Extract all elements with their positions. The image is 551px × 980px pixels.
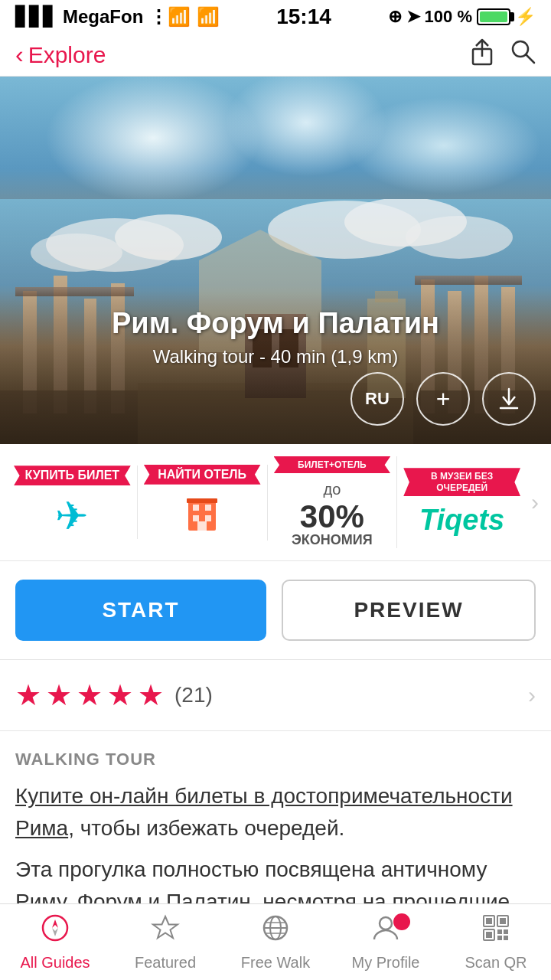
search-icon[interactable] [510,38,536,72]
star-2: ★ [46,678,72,712]
status-time: 15:14 [276,5,331,29]
rating-row[interactable]: ★ ★ ★ ★ ★ (21) › [0,660,551,731]
compass-icon [41,913,70,949]
svg-rect-56 [504,929,508,934]
star-3: ★ [77,678,103,712]
status-right: ⊕ ➤ 100 % ⚡ [388,7,536,27]
star-1: ★ [15,678,41,712]
promo-item-tiqets[interactable]: В МУЗЕИ БЕЗ ОЧЕРЕДЕЙ Tiqets [397,468,527,537]
promo-badge-combo: БИЛЕТ+ОТЕЛЬ [274,456,391,473]
rating-chevron-icon: › [528,682,536,708]
svg-rect-54 [486,932,492,938]
promo-badge-hotel: НАЙТИ ОТЕЛЬ [144,465,261,485]
back-label: Explore [28,42,106,68]
svg-marker-41 [52,928,58,936]
star-5: ★ [138,678,164,712]
svg-point-7 [31,234,122,272]
tab-bar: All Guides Featured Free Walk [0,903,551,980]
svg-rect-57 [497,936,502,940]
svg-line-3 [526,54,534,63]
wifi-icon: ⋮📶 [149,6,191,28]
svg-point-10 [406,216,513,259]
star-icon [151,913,180,949]
hero-subtitle: Walking tour - 40 min (1,9 km) [0,346,551,368]
description-label: WALKING TOUR [15,750,536,769]
location-icon: ⊕ [388,7,402,27]
arrow-icon: ➤ [406,7,420,27]
svg-rect-55 [497,929,502,934]
svg-rect-37 [197,521,207,531]
tab-featured-label: Featured [135,954,196,972]
status-bar: ▋▋▋ MegaFon ⋮📶 📶 15:14 ⊕ ➤ 100 % ⚡ [0,0,551,34]
hero-image: Рим. Форум и Палатин Walking tour - 40 m… [0,77,551,444]
tab-featured[interactable]: Featured [110,907,220,978]
wifi-symbol: 📶 [197,6,220,28]
carrier-name: MegaFon [63,6,143,28]
tiqets-logo: Tiqets [419,504,504,537]
tab-scan-qr[interactable]: Scan QR [441,907,551,978]
status-carrier: ▋▋▋ MegaFon ⋮📶 📶 [15,6,220,28]
promo-economy-label: ЭКОНОМИЯ [292,532,373,548]
tab-scan-qr-label: Scan QR [465,954,527,972]
globe-icon [261,913,290,949]
back-button[interactable]: ‹ Explore [15,41,106,69]
plane-icon: ✈ [55,493,89,539]
promo-strip: КУПИТЬ БИЛЕТ ✈ НАЙТИ ОТЕЛЬ БИЛЕТ+ОТЕЛЬ [0,444,551,561]
main-content: КУПИТЬ БИЛЕТ ✈ НАЙТИ ОТЕЛЬ БИЛЕТ+ОТЕЛЬ [0,444,551,980]
promo-badge-ticket: КУПИТЬ БИЛЕТ [14,466,131,485]
tab-free-walk-label: Free Walk [241,954,310,972]
svg-rect-22 [415,276,522,285]
promo-item-combo[interactable]: БИЛЕТ+ОТЕЛЬ до 30% ЭКОНОМИЯ [268,456,398,548]
download-button[interactable] [482,372,536,426]
promo-item-hotel[interactable]: НАЙТИ ОТЕЛЬ [138,465,268,541]
bolt-icon: ⚡ [515,7,536,27]
action-buttons: START PREVIEW [0,561,551,660]
svg-rect-38 [187,498,217,503]
promo-badge-tiqets: В МУЗЕИ БЕЗ ОЧЕРЕДЕЙ [403,468,520,496]
promo-item-ticket[interactable]: КУПИТЬ БИЛЕТ ✈ [8,466,138,539]
svg-point-6 [115,214,222,260]
svg-marker-42 [153,916,178,938]
svg-rect-36 [205,515,211,521]
svg-rect-50 [486,918,492,924]
battery-icon [477,8,510,25]
tab-all-guides[interactable]: All Guides [0,907,110,978]
svg-rect-35 [193,515,199,521]
promo-percent: 30% [300,498,364,535]
stars-container: ★ ★ ★ ★ ★ [15,678,164,712]
svg-rect-52 [500,918,506,924]
hero-text-container: Рим. Форум и Палатин Walking tour - 40 m… [0,307,551,368]
hero-title: Рим. Форум и Палатин [0,307,551,340]
tab-my-profile[interactable]: My Profile [331,907,441,978]
star-4: ★ [107,678,133,712]
nav-actions [470,38,536,72]
preview-button[interactable]: PREVIEW [282,580,536,641]
download-icon [497,387,520,410]
notification-badge [393,913,410,930]
tab-all-guides-label: All Guides [20,954,90,972]
rating-count: (21) [174,683,213,707]
svg-rect-33 [193,505,199,511]
svg-marker-40 [52,920,58,928]
qr-icon [481,913,510,949]
svg-point-48 [380,917,392,929]
chevron-left-icon: ‹ [15,41,24,69]
signal-icon: ▋▋▋ [15,6,57,28]
promo-arrow[interactable]: › [527,489,543,515]
tab-free-walk[interactable]: Free Walk [220,907,331,978]
hero-action-buttons: RU + [350,372,536,426]
language-button[interactable]: RU [350,372,404,426]
start-button[interactable]: START [15,580,266,641]
battery-percent: 100 % [425,7,472,27]
svg-rect-58 [504,936,508,940]
nav-bar: ‹ Explore [0,34,551,77]
tab-my-profile-label: My Profile [352,954,420,972]
hotel-icon [182,492,222,541]
svg-point-39 [43,916,67,940]
description-linked-text: Купите он-лайн билеты в достопримечатель… [15,780,536,844]
share-icon[interactable] [470,38,494,72]
svg-rect-34 [205,505,211,511]
add-button[interactable]: + [416,372,470,426]
